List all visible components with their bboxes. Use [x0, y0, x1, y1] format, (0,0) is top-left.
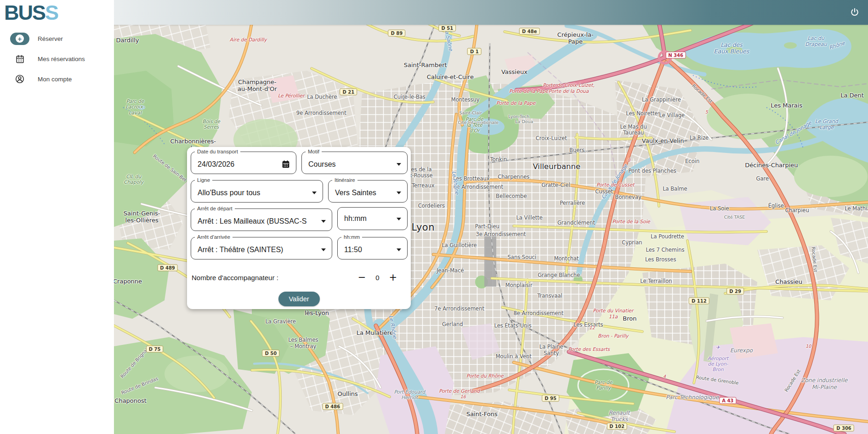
arret-arrivee-select[interactable]: Arrêt d'arrivée Arrêt : Théâtre (SAINTES… [191, 235, 332, 259]
arret-arrivee-select-value: Arrêt : Théâtre (SAINTES) [198, 246, 283, 254]
ligne-select[interactable]: Ligne Allo'Buss pour tous [191, 178, 323, 203]
accompagnateur-label: Nombre d'accompagnateur : [192, 274, 278, 282]
accompagnateur-stepper: − 0 + [357, 271, 398, 284]
account-icon [10, 74, 29, 84]
accompagnateur-row: Nombre d'accompagnateur : − 0 + [192, 271, 406, 284]
heure-depart-select[interactable]: hh:mm [337, 207, 408, 230]
itineraire-select-value: Vers Saintes [335, 189, 376, 197]
chevron-down-icon [397, 163, 401, 166]
sidebar-item-reserver[interactable]: + Réserver [0, 28, 114, 49]
chevron-down-icon [397, 192, 401, 194]
top-header [89, 0, 868, 25]
booking-form: Date du transport 24/03/2026 Motif Cours… [187, 147, 411, 309]
calendar-picker-icon[interactable] [281, 159, 291, 169]
heure-arrivee-select-label: hh:mm [341, 235, 362, 240]
date-field[interactable]: Date du transport 24/03/2026 [191, 149, 296, 174]
increment-button[interactable]: + [388, 273, 398, 282]
sidebar-item-mon-compte[interactable]: Mon compte [0, 69, 114, 89]
accompagnateur-count: 0 [374, 274, 380, 282]
chevron-down-icon [397, 218, 401, 220]
chevron-down-icon [397, 248, 401, 251]
plus-icon: + [16, 34, 24, 43]
decrement-button[interactable]: − [357, 273, 367, 282]
chevron-down-icon [321, 220, 326, 223]
logo-text-light: S [45, 1, 58, 24]
arret-arrivee-select-label: Arrêt d'arrivée [195, 235, 233, 240]
arret-depart-select[interactable]: Arrêt de départ Arrêt : Les Mailleaux (B… [191, 206, 332, 231]
date-field-label: Date du transport [195, 149, 240, 155]
motif-select-value: Courses [308, 160, 336, 169]
power-icon [850, 7, 860, 17]
sidebar: BUSS + Réserver Mes réservations [0, 0, 114, 434]
heure-arrivee-select[interactable]: hh:mm 11:50 [337, 235, 408, 259]
sidebar-item-mes-reservations[interactable]: Mes réservations [0, 49, 114, 69]
itineraire-select[interactable]: Itinéraire Vers Saintes [328, 178, 408, 203]
sidebar-nav: + Réserver Mes réservations [0, 28, 114, 89]
ligne-select-label: Ligne [195, 178, 212, 183]
valider-button[interactable]: Valider [278, 292, 319, 306]
date-field-value: 24/03/2026 [198, 160, 234, 169]
motif-select-label: Motif [306, 149, 322, 155]
arret-depart-select-label: Arrêt de départ [195, 206, 235, 212]
chevron-down-icon [321, 248, 326, 251]
logout-button[interactable] [848, 6, 862, 19]
sidebar-item-label: Réserver [38, 35, 63, 42]
itineraire-select-label: Itinéraire [332, 178, 357, 183]
heure-arrivee-select-value: 11:50 [344, 246, 362, 254]
arret-depart-select-value: Arrêt : Les Mailleaux (BUSSAC-S [198, 217, 306, 225]
sidebar-item-label: Mes réservations [38, 56, 85, 62]
reserve-pill: + [10, 33, 29, 45]
chevron-down-icon [312, 192, 317, 194]
ligne-select-value: Allo'Buss pour tous [198, 189, 260, 197]
heure-depart-placeholder: hh:mm [344, 214, 367, 223]
calendar-icon [10, 54, 29, 64]
logo-text-dark: BUS [4, 1, 45, 24]
motif-select[interactable]: Motif Courses [301, 149, 408, 174]
app-logo: BUSS [0, 0, 114, 26]
sidebar-item-label: Mon compte [38, 76, 72, 83]
